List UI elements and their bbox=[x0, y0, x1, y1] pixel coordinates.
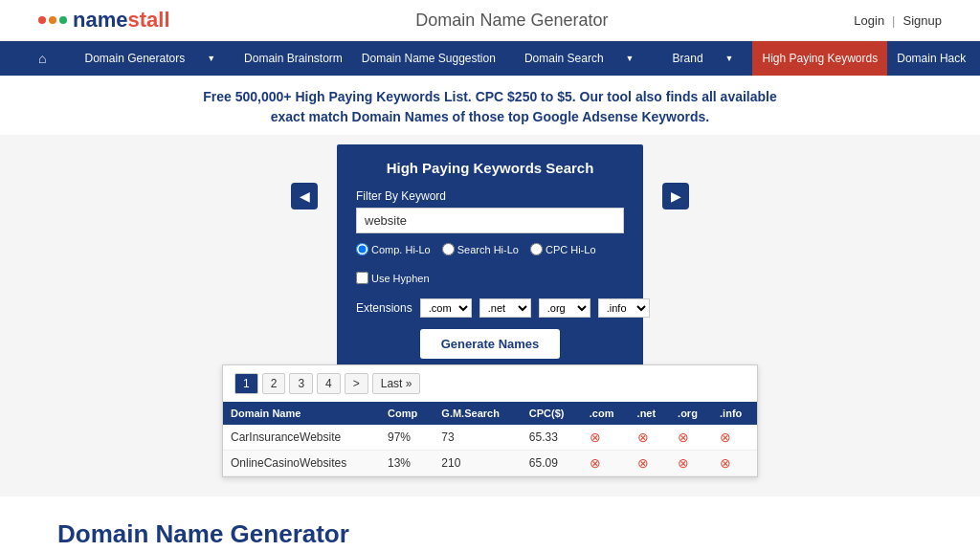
nav-home[interactable]: ⌂ bbox=[19, 41, 65, 76]
radio-search[interactable]: Search Hi-Lo bbox=[442, 243, 519, 255]
extensions-row: Extensions .com.net.org.info .net.com.or… bbox=[356, 298, 624, 318]
main-content: Domain Name Generator Creative, catchy a… bbox=[0, 496, 980, 551]
col-comp: Comp bbox=[380, 402, 434, 425]
results-widget: 1 2 3 4 > Last » Domain Name Comp G.M.Se… bbox=[222, 364, 758, 477]
cell-domain: CarInsuranceWebsite bbox=[223, 425, 380, 451]
radio-cpc[interactable]: CPC Hi-Lo bbox=[530, 243, 596, 255]
ext-org-select[interactable]: .org.com.net bbox=[539, 298, 590, 318]
nav-high-paying[interactable]: High Paying Keywords bbox=[752, 41, 887, 76]
dot-green bbox=[59, 16, 67, 24]
logo: namestall bbox=[38, 8, 170, 33]
widget-title: High Paying Keywords Search bbox=[356, 160, 624, 176]
cell-search: 73 bbox=[434, 425, 521, 451]
caret-icon2: ▼ bbox=[616, 41, 644, 76]
col-net: .net bbox=[630, 402, 671, 425]
cell-domain: OnlineCasinoWebsites bbox=[223, 451, 380, 476]
caret-icon: ▼ bbox=[197, 41, 225, 76]
main-nav: ⌂ Domain Generators ▼ Domain Brainstorm … bbox=[0, 41, 980, 76]
cell-com: ⊗ bbox=[582, 425, 630, 451]
header-title: Domain Name Generator bbox=[415, 11, 608, 31]
radio-group: Comp. Hi-Lo Search Hi-Lo CPC Hi-Lo Use H… bbox=[356, 243, 624, 289]
page-next-button[interactable]: > bbox=[345, 373, 368, 394]
cell-comp: 13% bbox=[380, 451, 434, 476]
results-table: Domain Name Comp G.M.Search CPC($) .com … bbox=[223, 402, 757, 476]
cell-comp: 97% bbox=[380, 425, 434, 451]
caret-icon3: ▼ bbox=[716, 41, 744, 76]
prev-arrow-button[interactable]: ◀ bbox=[291, 183, 318, 209]
signup-link[interactable]: Signup bbox=[903, 13, 942, 28]
pagination: 1 2 3 4 > Last » bbox=[223, 365, 757, 402]
page-2-button[interactable]: 2 bbox=[262, 373, 286, 394]
header-auth: Login | Signup bbox=[854, 13, 942, 28]
nav-domain-brainstorm[interactable]: Domain Brainstorm bbox=[234, 41, 352, 76]
search-widget: High Paying Keywords Search Filter By Ke… bbox=[337, 144, 643, 374]
banner-line1: Free 500,000+ High Paying Keywords List.… bbox=[19, 87, 961, 107]
col-cpc: CPC($) bbox=[522, 402, 582, 425]
nav-domain-generators[interactable]: Domain Generators ▼ bbox=[65, 41, 234, 76]
table-row: OnlineCasinoWebsites 13% 210 65.09 ⊗ ⊗ ⊗… bbox=[223, 451, 757, 476]
banner: Free 500,000+ High Paying Keywords List.… bbox=[0, 76, 980, 135]
col-org: .org bbox=[670, 402, 712, 425]
cell-info: ⊗ bbox=[712, 451, 757, 476]
dot-orange bbox=[49, 16, 56, 24]
ext-com-select[interactable]: .com.net.org.info bbox=[420, 298, 472, 318]
widget-area: ◀ High Paying Keywords Search Filter By … bbox=[0, 135, 980, 384]
page-3-button[interactable]: 3 bbox=[289, 373, 313, 394]
next-arrow-button[interactable]: ▶ bbox=[662, 183, 689, 209]
radio-comp[interactable]: Comp. Hi-Lo bbox=[356, 243, 431, 255]
auth-divider: | bbox=[892, 13, 895, 28]
col-search: G.M.Search bbox=[434, 402, 521, 425]
col-info: .info bbox=[712, 402, 757, 425]
page-last-button[interactable]: Last » bbox=[372, 373, 421, 394]
nav-brand[interactable]: Brand ▼ bbox=[654, 41, 753, 76]
main-title: Domain Name Generator bbox=[57, 519, 923, 549]
page-1-button[interactable]: 1 bbox=[234, 373, 258, 394]
ext-net-select[interactable]: .net.com.org bbox=[479, 298, 531, 318]
nav-whois[interactable]: Whois bbox=[975, 41, 980, 76]
logo-dots bbox=[38, 16, 67, 24]
ext-info-select[interactable]: .info.com.net bbox=[598, 298, 650, 318]
dot-red bbox=[38, 16, 46, 24]
nav-domain-search[interactable]: Domain Search ▼ bbox=[505, 41, 654, 76]
filter-label: Filter By Keyword bbox=[356, 189, 624, 203]
cell-net: ⊗ bbox=[630, 451, 671, 476]
cell-cpc: 65.33 bbox=[522, 425, 582, 451]
cell-search: 210 bbox=[434, 451, 521, 476]
cell-net: ⊗ bbox=[630, 425, 671, 451]
banner-line2: exact match Domain Names of those top Go… bbox=[19, 107, 961, 127]
col-com: .com bbox=[582, 402, 630, 425]
logo-text: namestall bbox=[73, 8, 170, 33]
cell-cpc: 65.09 bbox=[522, 451, 582, 476]
table-row: CarInsuranceWebsite 97% 73 65.33 ⊗ ⊗ ⊗ ⊗ bbox=[223, 425, 757, 451]
generate-button[interactable]: Generate Names bbox=[420, 329, 561, 359]
nav-domain-hack[interactable]: Domain Hack bbox=[887, 41, 975, 76]
page-4-button[interactable]: 4 bbox=[317, 373, 341, 394]
keyword-input[interactable] bbox=[356, 208, 624, 233]
cell-com: ⊗ bbox=[582, 451, 630, 476]
login-link[interactable]: Login bbox=[854, 13, 884, 28]
use-hyphen-checkbox[interactable]: Use Hyphen bbox=[356, 272, 430, 284]
cell-info: ⊗ bbox=[712, 425, 757, 451]
cell-org: ⊗ bbox=[670, 451, 712, 476]
nav-domain-name-suggestion[interactable]: Domain Name Suggestion bbox=[352, 41, 505, 76]
cell-org: ⊗ bbox=[670, 425, 712, 451]
extensions-label: Extensions bbox=[356, 301, 412, 315]
home-icon: ⌂ bbox=[29, 41, 56, 76]
header: namestall Domain Name Generator Login | … bbox=[0, 0, 980, 41]
col-domain: Domain Name bbox=[223, 402, 380, 425]
